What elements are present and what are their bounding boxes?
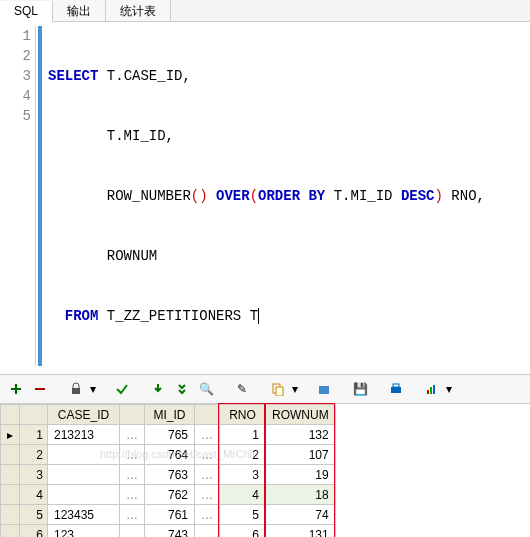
cell-case-id[interactable] (48, 445, 120, 465)
cell-rownum[interactable]: 74 (266, 505, 336, 525)
cell-case-id[interactable] (48, 465, 120, 485)
cell-case-id-ellipsis[interactable]: … (120, 525, 145, 538)
svg-rect-0 (72, 388, 80, 394)
cell-mi-id-ellipsis[interactable]: … (195, 425, 220, 445)
edit-button[interactable]: ✎ (232, 379, 252, 399)
cell-rownum[interactable]: 18 (266, 485, 336, 505)
cell-mi-id[interactable]: 763 (145, 465, 195, 485)
svg-rect-6 (427, 390, 429, 394)
fetch-all-button[interactable] (172, 379, 192, 399)
cell-rownum[interactable]: 107 (266, 445, 336, 465)
cell-case-id[interactable]: 123 (48, 525, 120, 538)
results-grid-wrap: http://blog.csdn.net/east_MrChiu CASE_ID… (0, 404, 530, 537)
cell-mi-id[interactable]: 762 (145, 485, 195, 505)
table-row[interactable]: ▸1213213…765…1132 (1, 425, 336, 445)
table-row[interactable]: 6123…743…6131 (1, 525, 336, 538)
cell-rownum[interactable]: 131 (266, 525, 336, 538)
header-row: CASE_ID MI_ID RNO ROWNUM (1, 405, 336, 425)
rownum-header[interactable] (20, 405, 48, 425)
lock-button[interactable] (66, 379, 86, 399)
svg-rect-3 (319, 386, 329, 394)
row-number-cell[interactable]: 1 (20, 425, 48, 445)
row-number-cell[interactable]: 2 (20, 445, 48, 465)
cell-mi-id-ellipsis[interactable]: … (195, 445, 220, 465)
cell-case-id[interactable]: 213213 (48, 425, 120, 445)
editor-tabs: SQL 输出 统计表 (0, 0, 530, 22)
commit-button[interactable] (112, 379, 132, 399)
cell-rno[interactable]: 5 (220, 505, 266, 525)
svg-rect-7 (430, 387, 432, 394)
chart-button[interactable] (422, 379, 442, 399)
col-mi-id[interactable]: MI_ID (145, 405, 195, 425)
code-area[interactable]: SELECT T.CASE_ID, T.MI_ID, ROW_NUMBER() … (42, 26, 485, 366)
row-number-cell[interactable]: 3 (20, 465, 48, 485)
table-row[interactable]: 5123435…761…574 (1, 505, 336, 525)
cell-rno[interactable]: 2 (220, 445, 266, 465)
row-number-cell[interactable]: 6 (20, 525, 48, 538)
cell-mi-id[interactable]: 764 (145, 445, 195, 465)
print-button[interactable] (386, 379, 406, 399)
col-rownum[interactable]: ROWNUM (266, 405, 336, 425)
sql-editor[interactable]: 12345 SELECT T.CASE_ID, T.MI_ID, ROW_NUM… (0, 22, 530, 375)
find-button[interactable]: 🔍 (196, 379, 216, 399)
cell-mi-id[interactable]: 761 (145, 505, 195, 525)
cell-mi-id-ellipsis[interactable]: … (195, 485, 220, 505)
svg-rect-8 (433, 385, 435, 394)
row-number-cell[interactable]: 4 (20, 485, 48, 505)
save-button[interactable]: 💾 (350, 379, 370, 399)
tab-stats[interactable]: 统计表 (106, 0, 171, 21)
cell-mi-id[interactable]: 743 (145, 525, 195, 538)
svg-rect-5 (393, 384, 399, 387)
current-row-indicator: ▸ (7, 428, 13, 442)
cell-case-id-ellipsis[interactable]: … (120, 465, 145, 485)
cell-case-id-ellipsis[interactable]: … (120, 505, 145, 525)
tab-output[interactable]: 输出 (53, 0, 106, 21)
cell-mi-id[interactable]: 765 (145, 425, 195, 445)
cell-mi-id-ellipsis[interactable]: … (195, 525, 220, 538)
results-grid[interactable]: CASE_ID MI_ID RNO ROWNUM ▸1213213…765…11… (0, 404, 336, 537)
cell-mi-id-ellipsis[interactable]: … (195, 465, 220, 485)
table-row[interactable]: 4…762…418 (1, 485, 336, 505)
cell-mi-id-ellipsis[interactable]: … (195, 505, 220, 525)
remove-button[interactable] (30, 379, 50, 399)
table-row[interactable]: 2…764…2107 (1, 445, 336, 465)
tab-sql[interactable]: SQL (0, 1, 53, 22)
line-number-gutter: 12345 (0, 26, 36, 366)
cell-rno[interactable]: 3 (220, 465, 266, 485)
cell-case-id-ellipsis[interactable]: … (120, 445, 145, 465)
col-rno[interactable]: RNO (220, 405, 266, 425)
cell-case-id[interactable] (48, 485, 120, 505)
col-case-id[interactable]: CASE_ID (48, 405, 120, 425)
svg-rect-2 (276, 387, 283, 396)
add-button[interactable] (6, 379, 26, 399)
cell-rno[interactable]: 4 (220, 485, 266, 505)
results-toolbar: ▾ 🔍 ✎ ▾ 💾 ▾ (0, 375, 530, 404)
cell-rownum[interactable]: 132 (266, 425, 336, 445)
table-row[interactable]: 3…763…319 (1, 465, 336, 485)
copy-button[interactable] (268, 379, 288, 399)
col-case-id-expand[interactable] (120, 405, 145, 425)
export-button[interactable] (314, 379, 334, 399)
cell-case-id[interactable]: 123435 (48, 505, 120, 525)
cell-rno[interactable]: 1 (220, 425, 266, 445)
row-number-cell[interactable]: 5 (20, 505, 48, 525)
cell-rno[interactable]: 6 (220, 525, 266, 538)
fetch-next-button[interactable] (148, 379, 168, 399)
col-mi-id-expand[interactable] (195, 405, 220, 425)
svg-rect-4 (391, 387, 401, 393)
cell-case-id-ellipsis[interactable]: … (120, 485, 145, 505)
cell-rownum[interactable]: 19 (266, 465, 336, 485)
row-marker-header (1, 405, 20, 425)
cell-case-id-ellipsis[interactable]: … (120, 425, 145, 445)
